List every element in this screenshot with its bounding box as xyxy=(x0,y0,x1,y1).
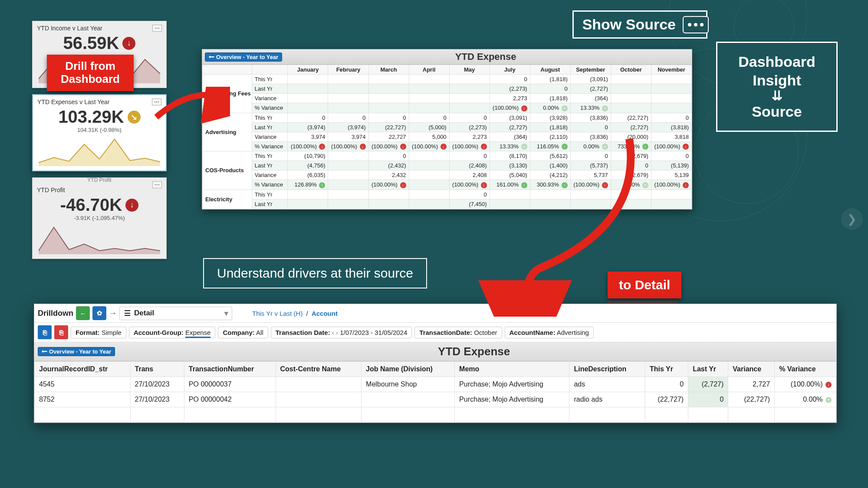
settings-icon[interactable]: ✿ xyxy=(92,306,106,320)
cell[interactable]: (100.00%) ↓ xyxy=(288,141,328,151)
cell[interactable]: (2,727) xyxy=(611,122,651,132)
cell[interactable]: 0 xyxy=(570,122,611,132)
cell[interactable]: (6,035) xyxy=(288,170,328,180)
cell[interactable]: 2,273 xyxy=(490,94,530,103)
cell[interactable]: (3,130) xyxy=(490,161,530,170)
col-header[interactable]: This Yr xyxy=(645,362,688,377)
cell[interactable]: (5,040) xyxy=(490,170,530,180)
col-header[interactable]: LineDescription xyxy=(569,362,645,377)
cell[interactable]: 3,974 xyxy=(328,132,368,141)
cell[interactable]: 126.89% ↑ xyxy=(288,180,328,190)
cell[interactable]: (2,273) xyxy=(449,122,490,132)
filter-chip[interactable]: AccountName: Advertising xyxy=(505,327,594,338)
cell[interactable]: 0.00% • xyxy=(570,141,611,151)
cell[interactable]: (1,400) xyxy=(530,161,570,170)
cell[interactable]: 0 xyxy=(368,113,409,122)
cell[interactable]: 0 xyxy=(409,113,449,122)
cell[interactable]: (5,000) xyxy=(409,122,449,132)
cell[interactable]: 2,408 xyxy=(449,170,490,180)
cell[interactable]: 0.00% • xyxy=(611,180,651,190)
cell[interactable]: (2,679) xyxy=(611,151,651,161)
cell[interactable]: (100.00%) ↓ xyxy=(449,141,490,151)
cell[interactable]: (5,737) xyxy=(570,161,611,170)
col-header[interactable]: Cost-Centre Name xyxy=(276,362,362,377)
cell[interactable]: (2,273) xyxy=(490,84,530,94)
cell[interactable]: (100.00%) ↓ xyxy=(409,141,449,151)
col-header[interactable]: JournalRecordID_str xyxy=(35,362,131,377)
cell[interactable]: (2,727) xyxy=(570,84,611,94)
cell[interactable]: 161.00% ↑ xyxy=(490,180,530,190)
cell[interactable]: (22,727) xyxy=(611,113,651,122)
cell[interactable]: (20,000) xyxy=(611,132,651,141)
breadcrumb[interactable]: This Yr v Last (H) / Account xyxy=(250,310,339,317)
cell[interactable]: 300.93% ↑ xyxy=(530,180,570,190)
cell[interactable]: (2,727) xyxy=(490,122,530,132)
cell[interactable]: (10,790) xyxy=(288,151,328,161)
col-header[interactable]: Variance xyxy=(728,362,775,377)
cell[interactable]: (3,091) xyxy=(490,113,530,122)
cell[interactable]: (3,836) xyxy=(570,113,611,122)
cell[interactable]: 0 xyxy=(611,161,651,170)
filter-chip[interactable]: Company: All xyxy=(218,327,268,338)
cell[interactable]: (100.00%) ↓ xyxy=(449,180,490,190)
cell[interactable]: 5,139 xyxy=(651,170,691,180)
cell[interactable]: (100.00%) ↓ xyxy=(328,141,368,151)
filter-add-icon[interactable]: ⎘ xyxy=(38,325,52,339)
cell[interactable]: (1,818) xyxy=(530,94,570,103)
cell[interactable]: (2,679) xyxy=(611,170,651,180)
cell[interactable]: 2,432 xyxy=(368,170,409,180)
filter-clear-icon[interactable]: ⎘ xyxy=(54,325,68,339)
ellipsis-icon[interactable] xyxy=(683,16,709,33)
detail-back-button[interactable]: 🠔 Overview - Year to Year xyxy=(38,347,115,356)
cell[interactable]: (7,450) xyxy=(449,199,490,209)
cell[interactable]: 0 xyxy=(449,151,490,161)
next-slide-icon[interactable]: ❯ xyxy=(841,208,863,230)
cell[interactable]: (3,818) xyxy=(651,122,691,132)
chevron-right-icon[interactable]: › xyxy=(336,329,338,336)
cell[interactable]: 13.33% • xyxy=(570,103,611,113)
back-button[interactable]: 🠔 Overview - Year to Year xyxy=(205,52,282,62)
cell[interactable]: (2,408) xyxy=(449,161,490,170)
col-header[interactable]: Trans xyxy=(130,362,184,377)
col-header[interactable]: TransactionNumber xyxy=(184,362,276,377)
cell[interactable]: (5,139) xyxy=(651,161,691,170)
cell[interactable]: (100.00%) ↓ xyxy=(651,141,691,151)
back-icon[interactable]: ← xyxy=(76,306,90,320)
cell[interactable]: 3,818 xyxy=(651,132,691,141)
cell[interactable]: (364) xyxy=(490,132,530,141)
table-row[interactable]: 454527/10/2023PO 00000037Melbourne ShopP… xyxy=(35,377,836,392)
cell[interactable]: 0 xyxy=(328,113,368,122)
table-row[interactable]: 875227/10/2023PO 00000042Purchase; Mojo … xyxy=(35,392,836,407)
filter-chip-daterange[interactable]: Transaction Date: ‹ › 1/07/2023 - 31/05/… xyxy=(271,327,412,338)
dashboard-tile[interactable]: YTD ProfitYTD Profit⋯-46.70K↓-3.91K (-1,… xyxy=(32,177,167,259)
col-header[interactable]: Last Yr xyxy=(688,362,728,377)
cell[interactable]: 0 xyxy=(449,113,490,122)
cell[interactable]: 5,000 xyxy=(409,132,449,141)
cell[interactable]: (364) xyxy=(570,94,611,103)
cell[interactable]: 2,273 xyxy=(449,132,490,141)
cell[interactable]: (3,836) xyxy=(570,132,611,141)
cell[interactable]: 0 xyxy=(288,113,328,122)
cell[interactable]: 0 xyxy=(651,151,691,161)
cell[interactable]: (4,212) xyxy=(530,170,570,180)
cell[interactable]: 0 xyxy=(530,84,570,94)
cell[interactable]: (100.00%) ↓ xyxy=(490,103,530,113)
tile-more-icon[interactable]: ⋯ xyxy=(152,25,162,32)
cell[interactable]: 116.05% ↑ xyxy=(530,141,570,151)
cell[interactable]: 22,727 xyxy=(368,132,409,141)
filter-chip[interactable]: Format: Simple xyxy=(71,327,126,338)
cell[interactable]: (3,974) xyxy=(328,122,368,132)
cell[interactable]: 0 xyxy=(368,151,409,161)
filter-chip[interactable]: TransactionDate: October xyxy=(414,327,502,338)
cell[interactable]: 0 xyxy=(490,75,530,84)
col-header[interactable]: Memo xyxy=(455,362,569,377)
col-header[interactable]: Job Name (Division) xyxy=(362,362,455,377)
tile-more-icon[interactable]: ⋯ xyxy=(152,181,162,188)
cell[interactable]: 3,974 xyxy=(288,132,328,141)
cell[interactable]: (3,974) xyxy=(288,122,328,132)
cell[interactable]: (1,818) xyxy=(530,75,570,84)
col-header[interactable]: % Variance xyxy=(775,362,836,377)
cell[interactable]: (100.00%) ↓ xyxy=(651,180,691,190)
cell[interactable]: (2,432) xyxy=(368,161,409,170)
filter-chip[interactable]: Account-Group: Expense xyxy=(129,327,216,338)
